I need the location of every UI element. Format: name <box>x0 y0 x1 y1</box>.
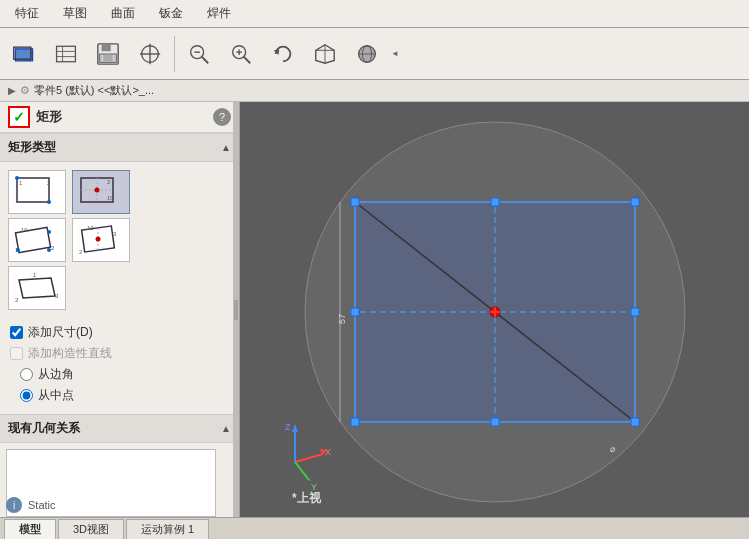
svg-marker-20 <box>274 49 280 55</box>
view3d-icon <box>313 42 337 66</box>
svg-point-43 <box>47 230 51 234</box>
save-button[interactable] <box>88 32 128 76</box>
svg-point-42 <box>16 248 20 252</box>
add-construction-label: 添加构造性直线 <box>28 345 112 362</box>
svg-text:2: 2 <box>47 180 51 186</box>
svg-text:2: 2 <box>15 297 19 303</box>
main-layout: ✓ 矩形 ? 矩形类型 ▲ 1 2 <box>0 102 749 517</box>
svg-point-35 <box>95 188 100 193</box>
svg-text:10: 10 <box>87 225 94 231</box>
svg-rect-9 <box>103 54 112 60</box>
display-icon <box>355 42 379 66</box>
svg-text:X: X <box>325 447 331 457</box>
rect-types-title: 矩形类型 <box>8 139 56 156</box>
svg-text:3: 3 <box>55 293 59 299</box>
svg-rect-65 <box>631 198 639 206</box>
svg-rect-7 <box>102 43 111 50</box>
svg-text:57: 57 <box>337 314 347 324</box>
svg-line-14 <box>202 56 208 62</box>
relations-title: 现有几何关系 <box>8 420 80 437</box>
tab-hanjian[interactable]: 焊件 <box>196 0 242 27</box>
add-construction-checkbox[interactable] <box>10 347 23 360</box>
zoom-button[interactable] <box>179 32 219 76</box>
breadcrumb-arrow: ▶ <box>8 85 16 96</box>
svg-rect-70 <box>631 418 639 426</box>
from-center-row: 从中点 <box>10 387 229 404</box>
from-center-label: 从中点 <box>38 387 74 404</box>
from-center-radio[interactable] <box>20 389 33 402</box>
crosshair-button[interactable] <box>130 32 170 76</box>
svg-rect-64 <box>491 198 499 206</box>
relations-section-header[interactable]: 现有几何关系 ▲ <box>0 414 239 443</box>
view3d-button[interactable] <box>305 32 345 76</box>
relations-collapse-arrow: ▲ <box>221 423 231 434</box>
canvas-svg: 57 ⌀ X Z Y *上视 <box>240 102 749 517</box>
svg-rect-63 <box>351 198 359 206</box>
help-icon[interactable]: ? <box>213 108 231 126</box>
rectangle-tool-icon <box>12 42 36 66</box>
add-construction-row: 添加构造性直线 <box>10 345 229 362</box>
info-icon: i <box>6 497 22 513</box>
lines-tool-button[interactable] <box>46 32 86 76</box>
svg-point-47 <box>96 237 101 242</box>
rect-type-parallelogram[interactable]: 2 1 3 <box>8 266 66 310</box>
bottom-info: i Static <box>6 497 56 513</box>
from-corner-label: 从边角 <box>38 366 74 383</box>
svg-text:2: 2 <box>79 249 83 255</box>
add-dimension-label: 添加尺寸(D) <box>28 324 93 341</box>
save-icon <box>96 42 120 66</box>
rect-types-section-header[interactable]: 矩形类型 ▲ <box>0 133 239 162</box>
rect-type-corner3pt[interactable]: 1 10 2 <box>8 218 66 262</box>
main-toolbar: ◄ <box>0 28 749 80</box>
svg-point-44 <box>47 248 51 252</box>
rect-type-center[interactable]: 2 10 <box>72 170 130 214</box>
status-label: Static <box>28 499 56 511</box>
panel-resize-handle[interactable] <box>233 102 239 517</box>
svg-text:2: 2 <box>51 245 55 251</box>
svg-text:1: 1 <box>19 180 23 186</box>
from-corner-radio[interactable] <box>20 368 33 381</box>
options-section: 添加尺寸(D) 添加构造性直线 从边角 从中点 <box>0 318 239 410</box>
crosshair-icon <box>138 42 162 66</box>
add-dimension-row: 添加尺寸(D) <box>10 324 229 341</box>
panel-title-bar: ✓ 矩形 ? <box>0 102 239 133</box>
svg-text:Z: Z <box>285 422 291 432</box>
rotate-button[interactable] <box>263 32 303 76</box>
svg-text:*上视: *上视 <box>292 491 322 505</box>
tab-tezheng[interactable]: 特征 <box>4 0 50 27</box>
viewport[interactable]: 57 ⌀ X Z Y *上视 <box>240 102 749 517</box>
breadcrumb-bar: ▶ ⚙ 零件5 (默认) <<默认>_... <box>0 80 749 102</box>
tab-qumian[interactable]: 曲面 <box>100 0 146 27</box>
lines-tool-icon <box>54 42 78 66</box>
svg-text:1: 1 <box>33 272 37 278</box>
toolbar-separator <box>174 36 175 72</box>
display-button[interactable] <box>347 32 387 76</box>
rect-types-grid: 1 2 2 10 <box>0 162 239 318</box>
top-tabs-bar: 特征 草图 曲面 钣金 焊件 <box>0 0 749 28</box>
tab-caotu[interactable]: 草图 <box>52 0 98 27</box>
svg-rect-68 <box>351 418 359 426</box>
add-dimension-checkbox[interactable] <box>10 326 23 339</box>
svg-rect-2 <box>57 46 76 61</box>
rect-type-center3pt[interactable]: 2 10 3 <box>72 218 130 262</box>
svg-point-31 <box>47 200 51 204</box>
svg-point-30 <box>15 176 19 180</box>
zoom-fit-icon <box>229 42 253 66</box>
toolbar-expand-arrow[interactable]: ◄ <box>389 49 401 58</box>
rectangle-tool-button[interactable] <box>4 32 44 76</box>
from-corner-row: 从边角 <box>10 366 229 383</box>
rect-types-collapse-arrow: ▲ <box>221 142 231 153</box>
tab-banjin[interactable]: 钣金 <box>148 0 194 27</box>
svg-text:10: 10 <box>21 227 28 233</box>
rotate-icon <box>271 42 295 66</box>
rect-type-corner[interactable]: 1 2 <box>8 170 66 214</box>
left-panel: ✓ 矩形 ? 矩形类型 ▲ 1 2 <box>0 102 240 517</box>
breadcrumb-icon: ⚙ <box>20 84 30 97</box>
svg-rect-69 <box>491 418 499 426</box>
panel-title: 矩形 <box>36 108 62 126</box>
svg-text:2: 2 <box>107 179 111 185</box>
svg-rect-67 <box>631 308 639 316</box>
svg-rect-66 <box>351 308 359 316</box>
confirm-button[interactable]: ✓ <box>8 106 30 128</box>
zoom-fit-button[interactable] <box>221 32 261 76</box>
